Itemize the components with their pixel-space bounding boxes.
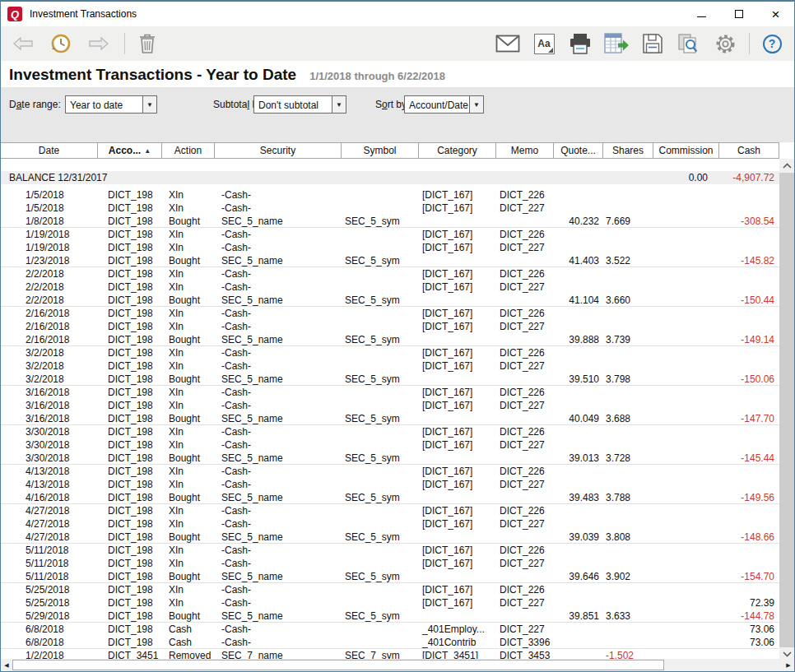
transaction-row[interactable]: 1/19/2018DICT_198XIn-Cash-[DICT_167]DICT… xyxy=(1,228,779,241)
transaction-row[interactable]: 2/2/2018DICT_198BoughtSEC_5_nameSEC_5_sy… xyxy=(1,294,779,307)
column-header-memo[interactable]: Memo xyxy=(496,143,554,158)
scroll-right-button[interactable]: ▶ xyxy=(783,659,794,671)
transaction-row[interactable]: 3/30/2018DICT_198XIn-Cash-[DICT_167]DICT… xyxy=(1,438,779,452)
scroll-up-button[interactable] xyxy=(779,159,794,173)
email-button[interactable] xyxy=(494,30,522,58)
save-button[interactable] xyxy=(639,30,667,58)
transaction-row[interactable]: 4/27/2018DICT_198XIn-Cash-[DICT_167]DICT… xyxy=(1,504,779,517)
subtotal-select[interactable]: Don't subtotal ▼ xyxy=(253,95,346,114)
history-button[interactable] xyxy=(47,30,75,58)
cell-account: DICT_198 xyxy=(98,188,162,202)
cell-cash xyxy=(719,504,779,517)
transaction-row[interactable]: 4/27/2018DICT_198XIn-Cash-[DICT_167]DICT… xyxy=(1,517,779,531)
print-preview-button[interactable] xyxy=(675,30,703,58)
transaction-row[interactable]: 3/16/2018DICT_198XIn-Cash-[DICT_167]DICT… xyxy=(1,399,779,412)
settings-button[interactable] xyxy=(711,30,739,58)
cell-action: XIn xyxy=(162,188,215,202)
maximize-button[interactable] xyxy=(720,2,757,26)
transaction-row[interactable]: 6/8/2018DICT_198Cash-Cash-_401Employ...D… xyxy=(1,623,779,636)
cell-commission xyxy=(653,425,719,438)
vertical-scrollbar[interactable] xyxy=(779,159,794,661)
column-header-date[interactable]: Date xyxy=(1,143,98,158)
cell-shares: 3.739 xyxy=(603,333,653,345)
transaction-row[interactable]: 3/2/2018DICT_198BoughtSEC_5_nameSEC_5_sy… xyxy=(1,373,779,386)
cell-symbol: SEC_5_sym xyxy=(342,333,419,345)
sort-select[interactable]: Account/Date ▼ xyxy=(404,95,484,114)
close-button[interactable]: × xyxy=(757,2,794,26)
horizontal-scrollbar[interactable]: ◀ ▶ xyxy=(1,659,794,671)
sort-ascending-icon: ▲ xyxy=(144,147,151,155)
transaction-row[interactable]: 3/30/2018DICT_198BoughtSEC_5_nameSEC_5_s… xyxy=(1,452,779,465)
cell-commission xyxy=(653,373,719,385)
column-header-quote[interactable]: Quote... xyxy=(554,143,603,158)
transaction-row[interactable]: 1/8/2018DICT_198BoughtSEC_5_nameSEC_5_sy… xyxy=(1,215,779,228)
vertical-scrollbar-thumb[interactable] xyxy=(779,173,794,647)
cell-quote: 39.851 xyxy=(554,609,603,622)
print-button[interactable] xyxy=(566,30,594,58)
help-button[interactable]: ? xyxy=(758,30,786,58)
delete-button[interactable] xyxy=(133,30,161,58)
column-header-security[interactable]: Security xyxy=(215,143,342,158)
transaction-row[interactable]: 5/25/2018DICT_198XIn-Cash-[DICT_167]DICT… xyxy=(1,583,779,596)
transaction-row[interactable]: 3/30/2018DICT_198XIn-Cash-[DICT_167]DICT… xyxy=(1,425,779,438)
transaction-row[interactable]: 5/11/2018DICT_198BoughtSEC_5_nameSEC_5_s… xyxy=(1,570,779,583)
date-range-select[interactable]: Year to date ▼ xyxy=(65,95,157,114)
cell-quote: 40.049 xyxy=(554,412,603,424)
transaction-row[interactable]: 4/13/2018DICT_198XIn-Cash-[DICT_167]DICT… xyxy=(1,465,779,478)
column-header-account[interactable]: Acco...▲ xyxy=(98,143,162,158)
column-header-category[interactable]: Category xyxy=(419,143,496,158)
transaction-row[interactable]: 3/2/2018DICT_198XIn-Cash-[DICT_167]DICT_… xyxy=(1,346,779,359)
chevron-down-icon[interactable]: ▼ xyxy=(332,96,346,113)
transaction-row[interactable]: 5/29/2018DICT_198BoughtSEC_5_nameSEC_5_s… xyxy=(1,609,779,623)
transaction-row[interactable]: 4/16/2018DICT_198BoughtSEC_5_nameSEC_5_s… xyxy=(1,491,779,504)
cell-symbol xyxy=(342,202,419,215)
scroll-left-button[interactable]: ◀ xyxy=(1,659,12,671)
cell-cash: -308.54 xyxy=(719,215,779,227)
column-header-symbol[interactable]: Symbol xyxy=(342,143,419,158)
chevron-down-icon xyxy=(783,651,792,657)
cell-shares: 3.633 xyxy=(603,609,653,622)
back-button[interactable] xyxy=(9,30,37,58)
transaction-row[interactable]: 1/5/2018DICT_198XIn-Cash-[DICT_167]DICT_… xyxy=(1,202,779,215)
cell-action: Bought xyxy=(162,531,215,543)
forward-button[interactable] xyxy=(85,30,113,58)
horizontal-scrollbar-thumb[interactable] xyxy=(12,660,664,670)
balance-row[interactable]: BALANCE 12/31/2017 0.00 -4,907.72 xyxy=(1,171,779,184)
transaction-row[interactable]: 2/16/2018DICT_198XIn-Cash-[DICT_167]DICT… xyxy=(1,307,779,320)
font-button[interactable]: Aa xyxy=(530,30,558,58)
transaction-row[interactable]: 5/11/2018DICT_198XIn-Cash-[DICT_167]DICT… xyxy=(1,544,779,557)
cell-commission xyxy=(653,333,719,345)
cell-cash xyxy=(719,478,779,491)
cell-security: SEC_5_name xyxy=(215,531,342,543)
cell-action: Bought xyxy=(162,373,215,385)
transaction-row[interactable]: 6/8/2018DICT_198Cash-Cash-_401ContribDIC… xyxy=(1,636,779,649)
cell-security: SEC_5_name xyxy=(215,452,342,464)
cell-memo xyxy=(496,333,554,345)
column-header-action[interactable]: Action xyxy=(162,143,215,158)
column-header-commission[interactable]: Commission xyxy=(653,143,719,158)
transaction-row[interactable]: 1/19/2018DICT_198XIn-Cash-[DICT_167]DICT… xyxy=(1,241,779,254)
transaction-row[interactable]: 2/16/2018DICT_198BoughtSEC_5_nameSEC_5_s… xyxy=(1,333,779,346)
transaction-row[interactable]: 3/2/2018DICT_198XIn-Cash-[DICT_167]DICT_… xyxy=(1,359,779,373)
transaction-row[interactable]: 2/2/2018DICT_198XIn-Cash-[DICT_167]DICT_… xyxy=(1,280,779,294)
transaction-row[interactable]: 1/23/2018DICT_198BoughtSEC_5_nameSEC_5_s… xyxy=(1,254,779,267)
minimize-button[interactable] xyxy=(683,2,720,26)
column-header-shares[interactable]: Shares xyxy=(603,143,653,158)
cell-shares xyxy=(603,583,653,596)
cell-shares xyxy=(603,228,653,241)
cell-security: SEC_5_name xyxy=(215,254,342,266)
chevron-down-icon[interactable]: ▼ xyxy=(142,96,156,113)
cell-category: _401Employ... xyxy=(419,623,496,636)
transaction-row[interactable]: 5/25/2018DICT_198XIn-Cash-[DICT_167]DICT… xyxy=(1,596,779,609)
transaction-row[interactable]: 4/13/2018DICT_198XIn-Cash-[DICT_167]DICT… xyxy=(1,478,779,491)
transaction-row[interactable]: 2/16/2018DICT_198XIn-Cash-[DICT_167]DICT… xyxy=(1,320,779,333)
transaction-row[interactable]: 4/27/2018DICT_198BoughtSEC_5_nameSEC_5_s… xyxy=(1,531,779,544)
transaction-row[interactable]: 1/5/2018DICT_198XIn-Cash-[DICT_167]DICT_… xyxy=(1,188,779,202)
transaction-row[interactable]: 3/16/2018DICT_198XIn-Cash-[DICT_167]DICT… xyxy=(1,386,779,399)
column-header-cash[interactable]: Cash xyxy=(719,143,779,158)
chevron-down-icon[interactable]: ▼ xyxy=(469,96,483,113)
transaction-row[interactable]: 2/2/2018DICT_198XIn-Cash-[DICT_167]DICT_… xyxy=(1,267,779,280)
transaction-row[interactable]: 3/16/2018DICT_198BoughtSEC_5_nameSEC_5_s… xyxy=(1,412,779,425)
transaction-row[interactable]: 5/11/2018DICT_198XIn-Cash-[DICT_167]DICT… xyxy=(1,557,779,570)
export-button[interactable] xyxy=(602,30,630,58)
